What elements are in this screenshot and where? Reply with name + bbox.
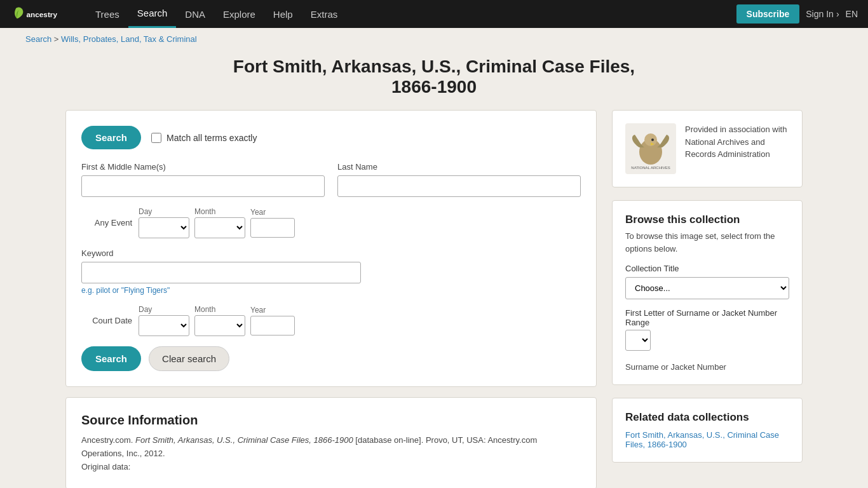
match-exactly-label[interactable]: Match all terms exactly	[151, 133, 257, 143]
court-day-group: Day	[139, 305, 189, 336]
form-bottom-row: Search Clear search	[81, 346, 581, 371]
language-button[interactable]: EN	[846, 9, 858, 19]
page-title-section: Fort Smith, Arkansas, U.S., Criminal Cas…	[0, 50, 868, 110]
any-event-day-select[interactable]	[139, 217, 189, 238]
main-layout: Search Match all terms exactly First & M…	[53, 110, 815, 488]
breadcrumb-category-link[interactable]: Wills, Probates, Land, Tax & Criminal	[61, 34, 197, 44]
nara-logo-image: NATIONAL ARCHIVES	[625, 123, 676, 174]
association-text: Provided in association with National Ar…	[685, 123, 789, 161]
first-letter-select[interactable]	[625, 330, 651, 351]
nav-search[interactable]: Search	[128, 0, 177, 28]
svg-text:NATIONAL ARCHIVES: NATIONAL ARCHIVES	[631, 166, 670, 170]
last-name-input[interactable]	[337, 175, 581, 197]
collection-title-select[interactable]: Choose...	[625, 277, 789, 299]
page-title: Fort Smith, Arkansas, U.S., Criminal Cas…	[212, 57, 656, 97]
last-name-group: Last Name	[337, 162, 581, 197]
search-button-bottom[interactable]: Search	[81, 346, 141, 371]
court-day-select[interactable]	[139, 315, 189, 336]
last-name-label: Last Name	[337, 162, 581, 172]
form-top-row: Search Match all terms exactly	[81, 126, 581, 149]
keyword-section: Keyword e.g. pilot or "Flying Tigers"	[81, 248, 581, 295]
left-column: Search Match all terms exactly First & M…	[65, 110, 597, 488]
nara-association-card: NATIONAL ARCHIVES Provided in associatio…	[612, 110, 803, 187]
any-event-year-group: Year	[250, 208, 295, 238]
source-info-heading: Source Information	[81, 413, 581, 428]
related-collection-link[interactable]: Fort Smith, Arkansas, U.S., Criminal Cas…	[625, 430, 789, 449]
related-collections-card: Related data collections Fort Smith, Ark…	[612, 398, 803, 463]
svg-text:ancestry: ancestry	[26, 10, 57, 19]
breadcrumb-search-link[interactable]: Search	[25, 34, 51, 44]
collection-title-label: Collection Title	[625, 264, 789, 273]
search-form-card: Search Match all terms exactly First & M…	[65, 110, 597, 387]
nav-dna[interactable]: DNA	[176, 0, 214, 28]
related-collections-heading: Related data collections	[625, 411, 789, 424]
source-info-card: Source Information Ancestry.com. Fort Sm…	[65, 397, 597, 488]
signin-button[interactable]: Sign In ›	[806, 9, 839, 19]
any-event-day-group: Day	[139, 207, 189, 238]
search-button-top[interactable]: Search	[81, 126, 141, 149]
browse-collection-desc: To browse this image set, select from th…	[625, 230, 789, 255]
source-info-text: Ancestry.com. Fort Smith, Arkansas, U.S.…	[81, 434, 581, 473]
first-middle-input[interactable]	[81, 175, 325, 197]
svg-point-4	[651, 139, 654, 141]
sidebar: NATIONAL ARCHIVES Provided in associatio…	[612, 110, 803, 475]
subscribe-button[interactable]: Subscribe	[736, 4, 800, 24]
keyword-label: Keyword	[81, 248, 581, 258]
court-date-row: Court Date Day Month	[81, 305, 581, 336]
any-event-month-group: Month	[194, 207, 245, 238]
first-letter-label: First Letter of Surname or Jacket Number…	[625, 308, 789, 327]
nav-explore[interactable]: Explore	[214, 0, 264, 28]
court-month-group: Month	[194, 305, 245, 336]
court-year-input[interactable]	[250, 316, 295, 336]
browse-collection-card: Browse this collection To browse this im…	[612, 200, 803, 385]
court-date-label: Court Date	[81, 316, 132, 325]
nav-trees[interactable]: Trees	[86, 0, 128, 28]
nav-help[interactable]: Help	[264, 0, 302, 28]
first-middle-label: First & Middle Name(s)	[81, 162, 325, 172]
court-month-select[interactable]	[194, 315, 245, 336]
keyword-hint[interactable]: e.g. pilot or "Flying Tigers"	[81, 286, 581, 295]
nara-logo-area: NATIONAL ARCHIVES Provided in associatio…	[625, 123, 789, 174]
first-middle-name-group: First & Middle Name(s)	[81, 162, 325, 197]
match-exactly-checkbox[interactable]	[151, 133, 161, 143]
surname-jacket-label: Surname or Jacket Number	[625, 362, 789, 372]
breadcrumb: Search > Wills, Probates, Land, Tax & Cr…	[0, 28, 868, 50]
nav-right: Subscribe Sign In › EN	[736, 4, 858, 24]
site-logo[interactable]: ancestry	[10, 4, 74, 24]
court-date-fields: Day Month Year	[139, 305, 295, 336]
nav-extras[interactable]: Extras	[302, 0, 347, 28]
keyword-input[interactable]	[81, 262, 361, 283]
name-fields-row: First & Middle Name(s) Last Name	[81, 162, 581, 197]
any-event-label: Any Event	[81, 218, 132, 227]
nav-links: Trees Search DNA Explore Help Extras	[86, 0, 736, 28]
navbar: ancestry Trees Search DNA Explore Help E…	[0, 0, 868, 28]
any-event-date-fields: Day Month Year	[139, 207, 295, 238]
any-event-year-input[interactable]	[250, 218, 295, 238]
any-event-month-select[interactable]	[194, 217, 245, 238]
clear-search-button[interactable]: Clear search	[149, 346, 229, 371]
court-year-group: Year	[250, 306, 295, 336]
any-event-row: Any Event Day Month	[81, 207, 581, 238]
browse-collection-heading: Browse this collection	[625, 214, 789, 226]
